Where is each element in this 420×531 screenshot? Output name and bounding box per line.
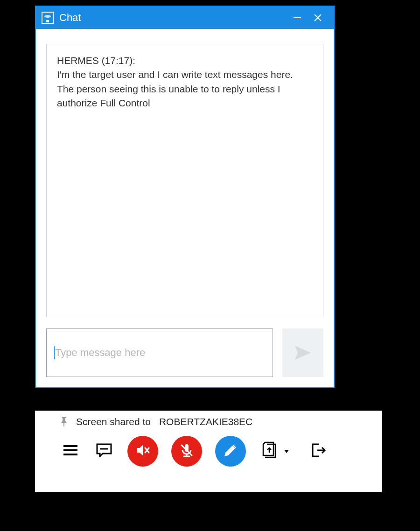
titlebar: Chat: [36, 7, 334, 29]
window-title: Chat: [59, 12, 287, 24]
file-upload-button[interactable]: [259, 441, 280, 461]
chat-button[interactable]: [94, 441, 114, 461]
exit-icon: [311, 442, 327, 460]
share-label: Screen shared to: [76, 416, 151, 427]
minimize-icon: [294, 17, 301, 18]
send-button[interactable]: [282, 328, 323, 377]
speaker-muted-icon: [134, 442, 151, 461]
exit-button[interactable]: [308, 441, 329, 461]
close-button[interactable]: [308, 7, 328, 28]
chevron-down-icon: [284, 450, 289, 453]
menu-button[interactable]: [60, 441, 81, 461]
app-monitor-icon: [42, 12, 54, 24]
file-upload-icon: [261, 441, 277, 461]
share-header: Screen shared to ROBERTZAKIE38EC: [47, 416, 370, 427]
message-input-placeholder: Type message here: [55, 347, 145, 359]
pin-icon: [60, 417, 68, 427]
menu-icon: [63, 445, 78, 458]
message-body: I'm the target user and I can write text…: [57, 68, 295, 110]
messages-area[interactable]: HERMES (17:17): I'm the target user and …: [46, 44, 323, 317]
mute-mic-button[interactable]: [171, 436, 202, 467]
chat-bubble-icon: [96, 443, 112, 459]
chat-window: Chat HERMES (17:17): I'm the target user…: [35, 6, 335, 388]
send-icon: [294, 345, 312, 361]
mute-speaker-button[interactable]: [127, 436, 158, 467]
message-header: HERMES (17:17):: [57, 54, 313, 68]
chat-body: HERMES (17:17): I'm the target user and …: [36, 29, 334, 387]
message-input[interactable]: Type message here: [46, 328, 273, 377]
minimize-button[interactable]: [287, 7, 308, 28]
input-row: Type message here: [46, 328, 323, 377]
share-toolbar: Screen shared to ROBERTZAKIE38EC: [35, 411, 382, 492]
text-caret: [54, 346, 55, 359]
file-upload-dropdown[interactable]: [284, 449, 289, 454]
mic-muted-icon: [178, 442, 195, 461]
share-target: ROBERTZAKIE38EC: [159, 416, 252, 427]
toolbar-row: [47, 436, 370, 467]
annotate-button[interactable]: [215, 436, 246, 467]
pencil-icon: [223, 443, 238, 460]
close-icon: [313, 13, 322, 22]
